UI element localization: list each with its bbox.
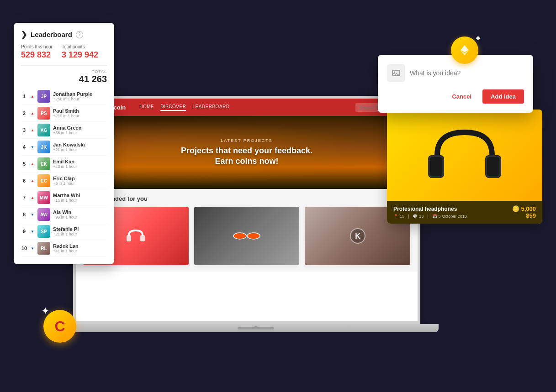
headphones-image-area [387, 110, 542, 201]
price-coins: 🪙 5,000 [512, 205, 536, 212]
leaderboard-title: Leaderboard [31, 31, 72, 38]
lb-rank: 4 [21, 144, 27, 150]
lb-sub: +21 in 1 hour [53, 147, 85, 152]
nav-leaderboard[interactable]: LEADERBOARD [192, 104, 229, 111]
lb-rank: 6 [21, 178, 27, 183]
lb-sub: +56 in 1 hour [53, 131, 81, 135]
svg-point-7 [394, 72, 395, 73]
headphones-comments: 💬 13 [413, 214, 424, 219]
svg-point-2 [233, 233, 246, 239]
lb-sub: +43 in 1 hour [53, 164, 77, 169]
nav-home[interactable]: HOME [139, 104, 154, 111]
svg-point-3 [247, 233, 260, 239]
headphones-title: Profesional headphones [393, 206, 467, 212]
lb-name: Martha Whi [53, 193, 80, 198]
total-points-value: 3 129 942 [62, 50, 98, 60]
lb-sub: +258 in 1 hour [53, 97, 92, 101]
svg-rect-1 [140, 235, 145, 241]
lb-avatar: RL [37, 242, 50, 255]
lb-avatar: EC [37, 174, 50, 187]
idea-image-button[interactable] [387, 64, 405, 82]
leaderboard-header: ❯ Leaderboard ? [21, 30, 107, 39]
lb-name: Anna Green [53, 125, 81, 131]
lb-name-block: Paul Smith +219 in 1 hour [53, 108, 79, 118]
headphones-footer: Profesional headphones 📍 15 | 💬 13 | 📅 5… [387, 201, 542, 224]
eth-logo [458, 43, 471, 57]
leaderboard-item: 3 ▲ AG Anna Green +56 in 1 hour [21, 122, 107, 139]
lb-avatar: JP [37, 90, 50, 103]
idea-text-input[interactable] [410, 69, 524, 77]
lb-name: Ala Win [53, 209, 77, 215]
avatar-initials: EC [37, 174, 50, 187]
site-hero: LATEST PROJECTS Projects that need your … [76, 116, 418, 189]
avatar-initials: RL [37, 242, 50, 255]
leaderboard-item: 9 ▼ SP Stefanie Pi +21 in 1 hour [21, 223, 107, 240]
lb-name-block: Emil Kan +43 in 1 hour [53, 159, 77, 169]
cc-coin-circle: ✦ C [43, 310, 76, 343]
points-this-hour-label: Points this hour [21, 44, 53, 49]
lb-name-block: Jan Kowalski +21 in 1 hour [53, 142, 85, 152]
site-content: Recommended for you Simple headphones It… [76, 189, 418, 272]
add-idea-button[interactable]: Add idea [482, 89, 524, 104]
avatar-initials: AW [37, 208, 50, 221]
nav-discover[interactable]: DISCOVER [160, 104, 186, 111]
lb-direction-icon: ▲ [30, 162, 35, 166]
lb-direction-icon: ▲ [30, 178, 35, 183]
lb-direction-icon: ▼ [30, 145, 35, 149]
site-nav: C Createcoin HOME DISCOVER LEADERBOARD [76, 99, 418, 116]
leaderboard-arrow-icon: ❯ [21, 30, 27, 39]
avatar-initials: JK [37, 141, 50, 153]
lb-name-block: Eric Clap +5 in 1 hour [53, 176, 75, 186]
lb-direction-icon: ▲ [30, 111, 35, 115]
avatar-initials: JP [37, 90, 50, 103]
lb-direction-icon: ▼ [30, 212, 35, 217]
lb-name-block: Stefanie Pi +21 in 1 hour [53, 226, 79, 236]
avatar-initials: MW [37, 191, 50, 204]
svg-rect-9 [430, 157, 442, 176]
laptop-container: C Createcoin HOME DISCOVER LEADERBOARD L… [73, 96, 439, 361]
leaderboard-panel: ❯ Leaderboard ? Points this hour 529 832… [14, 23, 114, 264]
createcoin-coin: ✦ C [43, 310, 80, 346]
lb-name: Paul Smith [53, 108, 79, 114]
date-value: 5 October 2018 [439, 214, 467, 219]
eth-star-icon: ✦ [474, 33, 482, 44]
site-hero-label: LATEST PROJECTS [221, 138, 273, 143]
lb-name-block: Radek Lan +41 in 1 hour [53, 243, 79, 253]
leaderboard-info-icon[interactable]: ? [76, 31, 83, 38]
lb-avatar: AG [37, 124, 50, 136]
headphones-prices: 🪙 5,000 $59 [512, 205, 536, 219]
price-usd: $59 [512, 212, 536, 219]
leaderboard-item: 4 ▼ JK Jan Kowalski +21 in 1 hour [21, 139, 107, 156]
heart-icon: 📍 [393, 214, 398, 219]
lb-rank: 1 [21, 94, 27, 99]
avatar-initials: AG [37, 124, 50, 136]
laptop-base [73, 324, 439, 332]
lb-name-block: Ala Win +98 in 1 hour [53, 209, 77, 220]
points-this-hour-value: 529 832 [21, 50, 53, 60]
total-value: 41 263 [21, 74, 107, 84]
headphones-product-card: Profesional headphones 📍 15 | 💬 13 | 📅 5… [387, 110, 542, 224]
svg-marker-14 [461, 45, 469, 52]
lb-avatar: AW [37, 208, 50, 221]
meta-divider2: | [427, 214, 428, 219]
avatar-initials: SP [37, 225, 50, 238]
lb-avatar: JK [37, 141, 50, 153]
total-points-label: Total points [62, 44, 98, 49]
lb-direction-icon: ▲ [30, 195, 35, 200]
leaderboard-item: 2 ▲ PS Paul Smith +219 in 1 hour [21, 105, 107, 122]
lb-sub: +98 in 1 hour [53, 215, 77, 220]
hearts-count: 15 [400, 214, 404, 219]
lb-avatar: EK [37, 157, 50, 170]
lb-name: Stefanie Pi [53, 226, 79, 232]
lb-direction-icon: ▼ [30, 246, 35, 251]
lb-rank: 8 [21, 212, 27, 217]
lb-sub: +21 in 1 hour [53, 232, 79, 236]
total-section: TOTAL 41 263 [21, 65, 107, 84]
cancel-button[interactable]: Cancel [445, 89, 478, 104]
lb-name: Jonathan Purple [53, 91, 92, 97]
cc-star-icon: ✦ [41, 305, 49, 317]
site-card[interactable]: Skateboard Wheels Skateboard wheels come… [194, 207, 300, 265]
laptop-notch [254, 326, 258, 329]
lb-name: Emil Kan [53, 159, 77, 164]
lb-rank: 10 [21, 246, 27, 251]
